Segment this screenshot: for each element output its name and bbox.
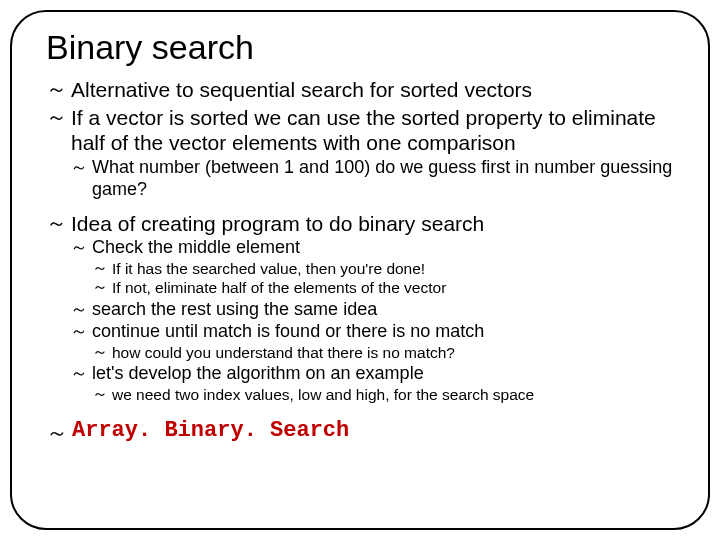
list-item: ～ What number (between 1 and 100) do we … [70,156,680,201]
final-item: ～ Array. Binary. Search [46,418,680,448]
bullet-icon: ～ [46,211,67,234]
list-item: ～ let's develop the algorithm on an exam… [70,362,680,404]
bullet-icon: ～ [70,236,88,256]
item-text: If it has the searched value, then you'r… [112,259,425,278]
bullet-icon: ～ [92,385,108,402]
item-text: If not, eliminate half of the elements o… [112,278,446,297]
list-item: ～ Check the middle element ～ If it has t… [70,236,680,297]
slide-frame: Binary search ～ Alternative to sequentia… [10,10,710,530]
bullet-list: ～ Alternative to sequential search for s… [40,77,680,404]
list-item: ～ Idea of creating program to do binary … [46,211,680,404]
item-text: If a vector is sorted we can use the sor… [71,105,680,156]
list-item: ～ we need two index values, low and high… [92,385,680,404]
bullet-icon: ～ [46,77,67,100]
list-item: ～ If a vector is sorted we can use the s… [46,105,680,201]
item-text: continue until match is found or there i… [92,320,484,343]
list-item: ～ continue until match is found or there… [70,320,680,362]
item-text: What number (between 1 and 100) do we gu… [92,156,680,201]
slide-title: Binary search [46,28,680,67]
item-text: how could you understand that there is n… [112,343,455,362]
bullet-icon: ～ [70,362,88,382]
spacer [46,203,680,209]
bullet-icon: ～ [70,320,88,340]
list-item: ～ If not, eliminate half of the elements… [92,278,680,297]
item-text: Check the middle element [92,236,300,259]
item-text: Alternative to sequential search for sor… [71,77,532,103]
list-item: ～ Alternative to sequential search for s… [46,77,680,103]
list-item: ～ search the rest using the same idea [70,298,680,321]
bullet-icon: ～ [46,105,67,128]
list-item: ～ how could you understand that there is… [92,343,680,362]
bullet-icon: ～ [92,278,108,295]
bullet-icon: ～ [70,156,88,176]
bullet-icon: ～ [92,343,108,360]
item-text: search the rest using the same idea [92,298,377,321]
item-text: Idea of creating program to do binary se… [71,211,484,237]
item-text: let's develop the algorithm on an exampl… [92,362,424,385]
code-text: Array. Binary. Search [72,418,349,443]
item-text: we need two index values, low and high, … [112,385,534,404]
bullet-icon: ～ [46,418,68,448]
list-item: ～ If it has the searched value, then you… [92,259,680,278]
bullet-icon: ～ [92,259,108,276]
bullet-icon: ～ [70,298,88,318]
